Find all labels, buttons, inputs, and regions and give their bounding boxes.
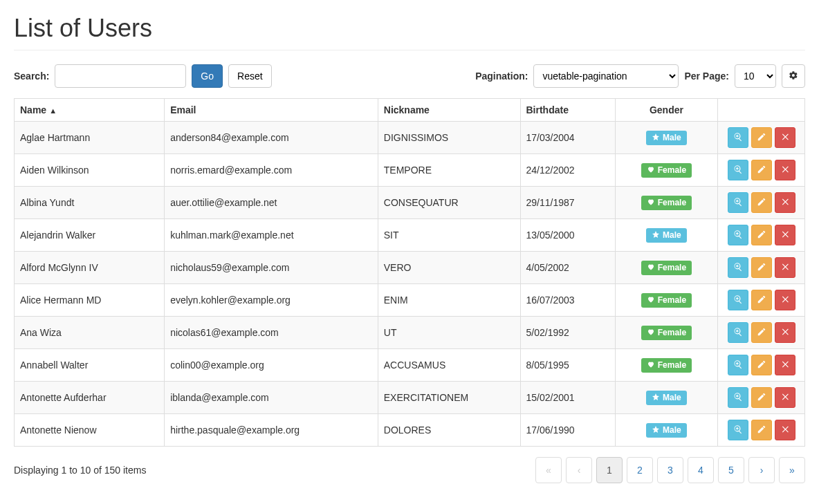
cell-gender: Female <box>615 187 718 219</box>
gender-badge: Female <box>641 293 692 308</box>
cell-name: Annabell Walter <box>15 349 165 382</box>
cell-birthdate: 17/03/2004 <box>520 122 615 154</box>
cell-name: Antonette Nienow <box>15 414 165 447</box>
pencil-icon <box>757 132 766 144</box>
gender-badge: Male <box>646 131 687 145</box>
edit-button[interactable] <box>751 192 772 213</box>
pencil-icon <box>757 327 766 339</box>
table-row: Ana Wizanicolas61@example.comUT5/02/1992… <box>15 317 805 349</box>
delete-button[interactable] <box>775 127 795 148</box>
close-icon <box>780 262 790 274</box>
zoom-icon <box>733 327 743 339</box>
view-button[interactable] <box>728 257 748 278</box>
edit-button[interactable] <box>751 322 772 343</box>
cell-actions <box>718 349 805 382</box>
view-button[interactable] <box>728 387 748 408</box>
delete-button[interactable] <box>775 257 795 278</box>
col-gender[interactable]: Gender <box>615 99 718 122</box>
view-button[interactable] <box>728 225 748 245</box>
close-icon <box>780 197 790 209</box>
edit-button[interactable] <box>751 127 772 148</box>
view-button[interactable] <box>728 160 748 180</box>
view-button[interactable] <box>728 322 748 343</box>
settings-button[interactable] <box>782 64 805 88</box>
pencil-icon <box>757 392 766 404</box>
cell-gender: Male <box>615 219 718 252</box>
cell-email: colin00@example.org <box>165 349 378 382</box>
col-birthdate[interactable]: Birthdate <box>520 99 615 122</box>
col-nickname[interactable]: Nickname <box>378 99 520 122</box>
per-page-select[interactable]: 10 <box>735 64 776 88</box>
zoom-icon <box>733 392 743 404</box>
col-name[interactable]: Name▲ <box>15 99 165 122</box>
sort-asc-icon: ▲ <box>49 106 57 115</box>
cell-gender: Female <box>615 317 718 349</box>
cell-birthdate: 24/12/2002 <box>520 154 615 187</box>
close-icon <box>780 360 790 371</box>
close-icon <box>780 165 790 176</box>
edit-button[interactable] <box>751 225 772 245</box>
cell-actions <box>718 187 805 219</box>
page-4[interactable]: 4 <box>688 457 714 483</box>
col-actions <box>718 99 805 122</box>
page-first[interactable]: « <box>535 457 562 483</box>
view-button[interactable] <box>728 192 748 213</box>
delete-button[interactable] <box>775 192 795 213</box>
cell-nickname: ACCUSAMUS <box>378 349 520 382</box>
pencil-icon <box>757 165 766 176</box>
page-2[interactable]: 2 <box>627 457 653 483</box>
cell-birthdate: 15/02/2001 <box>520 382 615 414</box>
edit-button[interactable] <box>751 160 772 180</box>
edit-button[interactable] <box>751 290 772 310</box>
close-icon <box>780 132 790 144</box>
cell-email: kuhlman.mark@example.net <box>165 219 378 252</box>
go-button[interactable]: Go <box>192 64 223 88</box>
page-last[interactable]: » <box>779 457 805 483</box>
cell-nickname: EXERCITATIONEM <box>378 382 520 414</box>
col-email[interactable]: Email <box>165 99 378 122</box>
cell-actions <box>718 219 805 252</box>
cell-birthdate: 16/07/2003 <box>520 284 615 317</box>
gender-badge: Male <box>646 228 687 243</box>
page-next[interactable]: › <box>748 457 775 483</box>
cell-name: Aiden Wilkinson <box>15 154 165 187</box>
pencil-icon <box>757 295 766 306</box>
delete-button[interactable] <box>775 387 795 408</box>
cell-birthdate: 5/02/1992 <box>520 317 615 349</box>
delete-button[interactable] <box>775 322 795 343</box>
page-prev[interactable]: ‹ <box>566 457 592 483</box>
page-3[interactable]: 3 <box>657 457 683 483</box>
table-row: Albina Yundtauer.ottilie@example.netCONS… <box>15 187 805 219</box>
edit-button[interactable] <box>751 387 772 408</box>
zoom-icon <box>733 165 743 176</box>
delete-button[interactable] <box>775 355 795 375</box>
cell-actions <box>718 252 805 284</box>
pagination-select[interactable]: vuetable-pagination <box>533 64 679 88</box>
view-button[interactable] <box>728 290 748 310</box>
delete-button[interactable] <box>775 290 795 310</box>
delete-button[interactable] <box>775 225 795 245</box>
page-5[interactable]: 5 <box>718 457 744 483</box>
delete-button[interactable] <box>775 160 795 180</box>
gender-badge: Male <box>646 423 687 438</box>
zoom-icon <box>733 424 743 436</box>
search-label: Search: <box>14 71 49 82</box>
gear-icon <box>789 71 798 82</box>
edit-button[interactable] <box>751 257 772 278</box>
page-1[interactable]: 1 <box>596 457 623 483</box>
view-button[interactable] <box>728 127 748 148</box>
view-button[interactable] <box>728 355 748 375</box>
edit-button[interactable] <box>751 355 772 375</box>
reset-button[interactable]: Reset <box>228 64 272 88</box>
cell-actions <box>718 382 805 414</box>
delete-button[interactable] <box>775 420 795 440</box>
cell-nickname: TEMPORE <box>378 154 520 187</box>
cell-email: anderson84@example.com <box>165 122 378 154</box>
gender-badge: Female <box>641 261 692 275</box>
view-button[interactable] <box>728 420 748 440</box>
page-title: List of Users <box>14 14 805 43</box>
search-input[interactable] <box>55 64 186 88</box>
table-row: Annabell Waltercolin00@example.orgACCUSA… <box>15 349 805 382</box>
edit-button[interactable] <box>751 420 772 440</box>
pencil-icon <box>757 197 766 209</box>
